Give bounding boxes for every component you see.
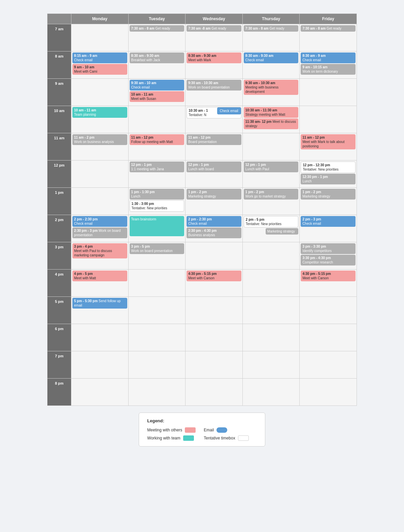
event[interactable]: 8:30 am - 9:30 amCheck email xyxy=(244,52,299,63)
event[interactable]: 8:15 am - 9 amCheck email xyxy=(72,52,127,63)
time-8am: 8 am xyxy=(47,51,71,78)
event[interactable]: 1 pm - 2 pmMarketing strategy xyxy=(187,189,241,200)
legend-label-tentative: Tentative timebox xyxy=(204,436,235,440)
event[interactable]: 10 am - 11 amTeam planning xyxy=(72,107,127,118)
event[interactable]: 2:30 pm - 4:30 pmBusiness analysis xyxy=(187,227,241,238)
tuesday-11am: 11 am - 12 pmFollow up meeting with Matt xyxy=(129,133,186,160)
event[interactable]: 8:30 am - 9:30 amMeet with Mark xyxy=(187,52,241,63)
event[interactable]: 12 pm - 1 pm1:1 meeting with Jana xyxy=(130,162,184,172)
event[interactable]: 4 pm - 5 pmMeet with Matt xyxy=(72,271,127,281)
event[interactable]: 7:30 am - 8 am Get ready xyxy=(130,25,184,32)
event[interactable]: 9:30 am - 10:30 amMeeting with business … xyxy=(244,80,299,95)
event[interactable]: 4:30 pm - 5:15 pmMeet with Carson xyxy=(301,271,356,281)
event[interactable]: 11 am - 12 pmFollow up meeting with Matt xyxy=(130,134,184,145)
event[interactable]: 8:30 am - 9 amCheck email xyxy=(301,52,356,63)
friday-7am: 7:30 am - 8 am Get ready xyxy=(300,24,357,51)
tuesday-9am: 9:30 am - 10 amCheck email 10 am - 11 am… xyxy=(129,79,186,106)
time-4pm: 4 pm xyxy=(47,270,71,296)
tuesday-3pm: 3 pm - 5 pmWork on board presentation xyxy=(129,242,186,269)
event[interactable]: 11 am - 2 pmWork on business analysis xyxy=(72,134,127,145)
monday-10am: 10 am - 11 amTeam planning xyxy=(71,106,128,133)
thursday-5pm xyxy=(243,297,300,324)
wednesday-11am: 11 am - 12 pmBoard presentation xyxy=(186,133,242,160)
legend-item-team: Working with team xyxy=(147,435,196,441)
event[interactable]: 2 pm - 3 pmCheck email xyxy=(301,216,356,227)
event[interactable]: 1 pm - 2 pmWork go to market strategy xyxy=(244,189,299,200)
monday-7am xyxy=(71,24,128,51)
event[interactable]: 10:30 am - 11:30 amStrategy meeting with… xyxy=(244,107,299,118)
event[interactable]: 1 pm - 2 pmMarketing strategy xyxy=(301,189,356,200)
event-popup[interactable]: Check email xyxy=(217,107,241,114)
header-wednesday: Wednesday xyxy=(186,14,242,24)
event[interactable]: 7:30 am -8 am Get ready xyxy=(187,25,241,32)
event[interactable]: 3 pm - 3:30 pmIdentify competitors xyxy=(301,243,356,254)
event[interactable]: 2 pm - 2:30 pmCheck email xyxy=(187,216,241,227)
thursday-8pm xyxy=(243,379,300,405)
legend-label-meeting: Meeting with others xyxy=(147,428,182,432)
event[interactable]: 4:30 pm - 5:15 pmMeet with Carson xyxy=(187,271,241,281)
event[interactable]: 11:30 am- 12 pm Meet to discuss strategy xyxy=(244,118,299,129)
friday-4pm: 4:30 pm - 5:15 pmMeet with Carson xyxy=(300,270,357,296)
time-3pm: 3 pm xyxy=(47,242,71,269)
legend-swatch-team xyxy=(183,435,194,441)
tuesday-2pm: Team brainstorm xyxy=(129,215,186,242)
wednesday-5pm xyxy=(186,297,242,324)
event[interactable]: 8:30 am - 9:30 amBreakfast with Jack xyxy=(130,52,184,63)
event[interactable]: 9:30 am - 10:30 amWork on board presenta… xyxy=(187,80,241,91)
time-5pm: 5 pm xyxy=(47,297,71,324)
time-8pm: 8 pm xyxy=(47,379,71,405)
event[interactable]: 7:30 am - 8 am Get ready xyxy=(244,25,299,32)
calendar-wrapper: Monday Tuesday Wednesday Thursday Friday… xyxy=(40,7,364,453)
event[interactable]: 11 am - 12 pmBoard presentation xyxy=(187,134,241,145)
event[interactable]: 2 pm - 2:30 pmCheck email xyxy=(72,216,127,227)
event[interactable]: 9:30 am - 10 amCheck email xyxy=(130,80,184,91)
event[interactable]: 2:30 pm - 3 pm Work on board presentatio… xyxy=(72,227,127,238)
tuesday-10am xyxy=(129,106,186,133)
legend-box: Legend: Meeting with others Email Workin… xyxy=(139,413,265,447)
friday-8am: 8:30 am - 9 amCheck email 9 am - 10:15 a… xyxy=(300,51,357,78)
friday-2pm: 2 pm - 3 pmCheck email xyxy=(300,215,357,242)
event[interactable]: 7:30 am - 8 am Get ready xyxy=(301,25,356,32)
monday-1pm xyxy=(71,188,128,215)
time-1pm: 1 pm xyxy=(47,188,71,215)
monday-2pm: 2 pm - 2:30 pmCheck email 2:30 pm - 3 pm… xyxy=(71,215,128,242)
wednesday-12pm: 12 pm - 1 pmLunch with board xyxy=(186,161,242,187)
event[interactable]: 2 pm - 5 pmTentative: New priorities xyxy=(244,216,299,227)
event[interactable]: 3 pm - 5 pmWork on board presentation xyxy=(130,243,184,254)
event[interactable]: Team brainstorm xyxy=(130,216,184,236)
legend: Legend: Meeting with others Email Workin… xyxy=(47,413,357,447)
wednesday-8pm xyxy=(186,379,242,405)
event[interactable]: 9 am - 10:15 amWork on term dictionary xyxy=(301,64,356,75)
wednesday-9am: 9:30 am - 10:30 amWork on board presenta… xyxy=(186,79,242,106)
wednesday-2pm: 2 pm - 2:30 pmCheck email 2:30 pm - 4:30… xyxy=(186,215,242,242)
time-2pm: 2 pm xyxy=(47,215,71,242)
event[interactable]: 1:30 - 3:00 pmTentative: New priorities xyxy=(130,200,184,212)
event[interactable]: 5 pm - 5:30 pm Send follow up email xyxy=(72,298,127,309)
event[interactable]: 12 pm - 1 pmLunch with board xyxy=(187,162,241,172)
header-time xyxy=(47,14,71,24)
event[interactable]: 12 pm - 1 pmLunch with Paul xyxy=(244,162,299,172)
event[interactable]: 11 am - 12 pmMeet with Mark to talk abou… xyxy=(301,134,356,149)
thursday-6pm xyxy=(243,324,300,351)
tuesday-6pm xyxy=(129,324,186,351)
tuesday-8am: 8:30 am - 9:30 amBreakfast with Jack xyxy=(129,51,186,78)
wednesday-3pm xyxy=(186,242,242,269)
event[interactable]: 10 am - 11 amMeet with Susan xyxy=(130,91,184,102)
header-tuesday: Tuesday xyxy=(129,14,186,24)
tuesday-4pm xyxy=(129,270,186,296)
monday-4pm: 4 pm - 5 pmMeet with Matt xyxy=(71,270,128,296)
thursday-3pm xyxy=(243,242,300,269)
event[interactable]: Marketing strategy xyxy=(266,228,299,235)
wednesday-7am: 7:30 am -8 am Get ready xyxy=(186,24,242,51)
legend-swatch-meeting xyxy=(185,427,196,433)
monday-6pm xyxy=(71,324,128,351)
event[interactable]: 9 am - 10 amMeet with Cami xyxy=(72,64,127,75)
event[interactable]: 1 pm - 1:30 pmLunch xyxy=(130,189,184,200)
event[interactable]: 12 pm - 12:30 pmTentative: New prioritie… xyxy=(301,162,356,173)
event[interactable]: 12:30 pm - 1 pmLunch xyxy=(301,174,356,184)
header-monday: Monday xyxy=(71,14,128,24)
event[interactable]: 3 pm - 4 pmMeet with Paul to discuss mar… xyxy=(72,243,127,258)
friday-1pm: 1 pm - 2 pmMarketing strategy xyxy=(300,188,357,215)
event[interactable]: 3:30 pm - 4:30 pmCompetitor research xyxy=(301,255,356,265)
header-thursday: Thursday xyxy=(243,14,300,24)
